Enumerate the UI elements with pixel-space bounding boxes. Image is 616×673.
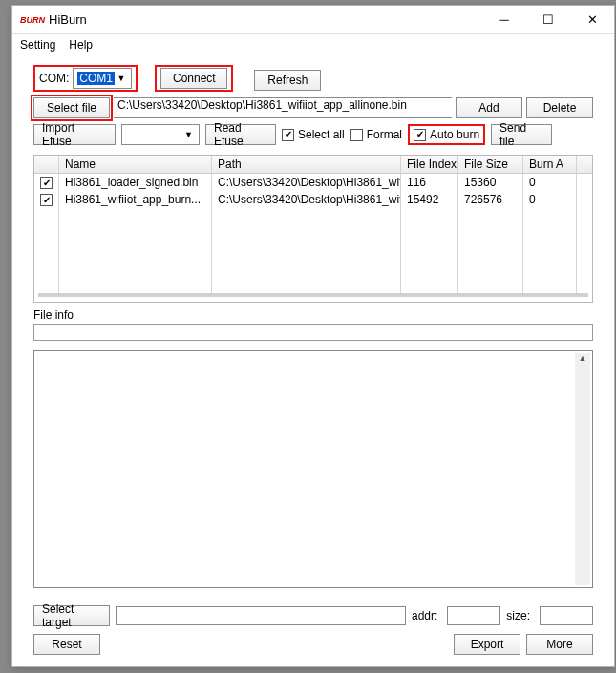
col-file-index[interactable]: File Index	[401, 156, 458, 173]
size-input[interactable]	[540, 606, 593, 625]
app-logo: BURN	[20, 15, 45, 25]
refresh-button[interactable]: Refresh	[254, 70, 321, 91]
read-efuse-button[interactable]: Read Efuse	[205, 124, 276, 145]
file-info-section: File info	[33, 308, 593, 341]
table-row[interactable]: ✔Hi3861_loader_signed.binC:\Users\33420\…	[34, 174, 592, 191]
efuse-select[interactable]: ▼	[121, 124, 200, 145]
size-label: size:	[506, 609, 530, 622]
select-all-label: Select all	[298, 128, 345, 141]
file-info-box	[33, 324, 593, 341]
app-title: HiBurn	[49, 12, 482, 27]
file-path-input[interactable]: C:\Users\33420\Desktop\Hi3861_wifiiot_ap…	[114, 97, 452, 118]
select-target-button[interactable]: Select target	[33, 605, 110, 626]
table-row[interactable]: ✔Hi3861_wifiiot_app_burn...C:\Users\3342…	[34, 191, 592, 208]
minimize-button[interactable]: ─	[482, 6, 526, 34]
maximize-button[interactable]: ☐	[526, 6, 570, 34]
col-path[interactable]: Path	[212, 156, 401, 173]
close-button[interactable]: ✕	[570, 6, 614, 34]
dropdown-icon: ▼	[115, 70, 127, 87]
menu-setting[interactable]: Setting	[20, 38, 55, 52]
import-efuse-button[interactable]: Import Efuse	[33, 124, 116, 145]
connect-button[interactable]: Connect	[160, 68, 227, 89]
target-input[interactable]	[116, 606, 406, 625]
dropdown-icon: ▼	[182, 126, 195, 143]
addr-label: addr:	[412, 609, 437, 622]
titlebar: BURN HiBurn ─ ☐ ✕	[12, 6, 614, 34]
connect-highlight: Connect	[155, 65, 233, 92]
log-textarea[interactable]	[33, 350, 593, 588]
menubar: Setting Help	[12, 34, 614, 55]
table-header: Name Path File Index File Size Burn A	[34, 156, 592, 174]
com-select[interactable]: COM1 ▼	[73, 68, 132, 89]
file-table: Name Path File Index File Size Burn A ✔H…	[33, 155, 593, 303]
delete-button[interactable]: Delete	[526, 97, 593, 118]
checkbox-icon	[350, 129, 363, 141]
more-button[interactable]: More	[526, 634, 593, 655]
table-row: .....	[34, 260, 592, 277]
auto-burn-label: Auto burn	[430, 128, 479, 141]
addr-input[interactable]	[447, 606, 500, 625]
send-file-button[interactable]: Send file	[491, 124, 552, 145]
select-all-checkbox[interactable]: ✔ Select all	[282, 128, 345, 141]
com-value: COM1	[77, 72, 115, 85]
export-button[interactable]: Export	[454, 634, 520, 655]
com-label: COM:	[39, 72, 69, 85]
select-file-button[interactable]: Select file	[33, 97, 110, 118]
v-scrollbar[interactable]	[575, 353, 590, 585]
com-highlight: COM: COM1 ▼	[33, 65, 138, 92]
add-button[interactable]: Add	[456, 97, 522, 118]
checkbox-icon: ✔	[282, 129, 294, 141]
file-info-label: File info	[33, 308, 593, 322]
h-scrollbar[interactable]	[38, 293, 588, 297]
table-row: .....	[34, 277, 592, 294]
col-burn-addr[interactable]: Burn A	[523, 156, 577, 173]
table-row: .....	[34, 208, 592, 225]
reset-button[interactable]: Reset	[33, 634, 100, 655]
col-file-size[interactable]: File Size	[458, 156, 523, 173]
checkbox-icon: ✔	[414, 129, 426, 141]
content-area: COM: COM1 ▼ Connect Refresh Select file …	[12, 55, 614, 666]
auto-burn-checkbox[interactable]: ✔ Auto burn	[408, 124, 485, 145]
table-row: .....	[34, 242, 592, 260]
menu-help[interactable]: Help	[69, 38, 93, 52]
formal-checkbox[interactable]: Formal	[350, 128, 402, 141]
app-window: BURN HiBurn ─ ☐ ✕ Setting Help COM: COM1…	[11, 5, 615, 667]
col-name[interactable]: Name	[59, 156, 212, 173]
table-row: .....	[34, 225, 592, 242]
formal-label: Formal	[367, 128, 402, 141]
